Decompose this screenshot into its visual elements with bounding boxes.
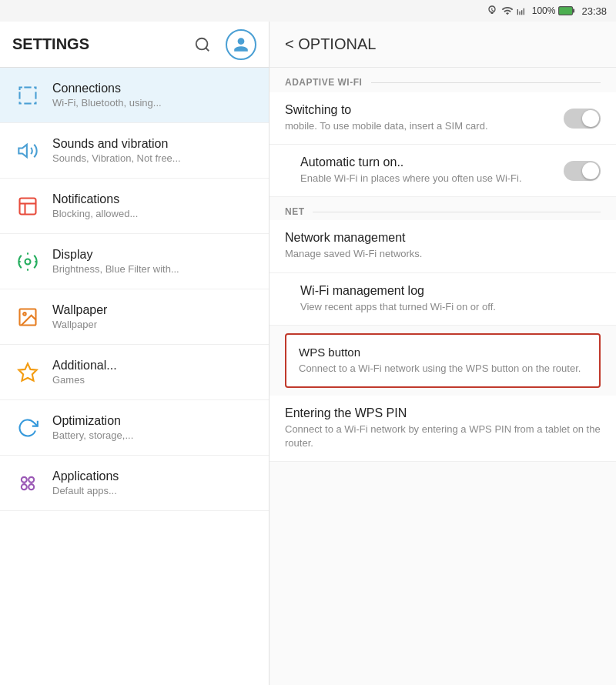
- signal-icon: [517, 5, 529, 17]
- additional-subtitle: Games: [52, 374, 117, 386]
- svg-rect-1: [573, 9, 575, 13]
- nav-item-additional[interactable]: Additional... Games: [0, 345, 269, 400]
- network-management-text: Network management Manage saved Wi-Fi ne…: [285, 231, 601, 261]
- svg-rect-5: [20, 198, 36, 214]
- right-header: < OPTIONAL: [270, 22, 616, 68]
- svg-line-3: [206, 48, 209, 51]
- wallpaper-icon: [12, 302, 43, 332]
- switching-toggle[interactable]: [564, 109, 601, 129]
- nav-item-sounds[interactable]: Sounds and vibration Sounds, Vibration, …: [0, 123, 269, 179]
- back-title: < OPTIONAL: [285, 35, 376, 53]
- additional-title: Additional...: [52, 359, 117, 373]
- notifications-subtitle: Blocking, allowed...: [52, 208, 138, 219]
- notifications-text: Notifications Blocking, allowed...: [52, 192, 138, 219]
- auto-on-toggle-knob: [582, 162, 599, 179]
- svg-point-17: [22, 484, 27, 490]
- wps-pin-text: Entering the WPS PIN Connect to a Wi-Fi …: [285, 406, 601, 450]
- nav-item-connections[interactable]: Connections Wi-Fi, Bluetooth, using...: [0, 68, 269, 123]
- sounds-icon: [12, 135, 43, 166]
- alarm-icon: [486, 5, 498, 17]
- connections-subtitle: Wi-Fi, Bluetooth, using...: [52, 97, 162, 109]
- display-title: Display: [52, 248, 179, 262]
- battery-icon: [558, 6, 575, 15]
- applications-subtitle: Default apps...: [52, 485, 119, 496]
- applications-icon: [12, 468, 43, 499]
- status-bar: 100% 23:38: [0, 0, 616, 22]
- nav-item-wallpaper[interactable]: Wallpaper Wallpaper: [0, 289, 269, 345]
- switching-subtitle: mobile. To use mobile data, insert a SIM…: [285, 119, 564, 133]
- auto-on-text: Automatic turn on.. Enable Wi-Fi in plac…: [300, 155, 564, 185]
- connections-icon: [12, 80, 43, 111]
- notifications-icon: [12, 191, 43, 222]
- wifi-log-text: Wi-Fi management log View recent apps th…: [300, 284, 601, 314]
- nav-item-applications[interactable]: Applications Default apps...: [0, 456, 269, 511]
- switching-text: Switching to mobile. To use mobile data,…: [285, 103, 564, 133]
- sounds-title: Sounds and vibration: [52, 137, 181, 151]
- svg-point-18: [28, 484, 34, 490]
- sounds-text: Sounds and vibration Sounds, Vibration, …: [52, 137, 181, 164]
- nav-item-notifications[interactable]: Notifications Blocking, allowed...: [0, 179, 269, 234]
- auto-on-toggle[interactable]: [564, 161, 601, 181]
- svg-point-14: [23, 312, 26, 316]
- optimization-icon: [12, 413, 43, 443]
- notifications-title: Notifications: [52, 192, 138, 206]
- svg-point-16: [28, 476, 34, 482]
- net-divider: [313, 212, 601, 212]
- switching-to-row[interactable]: Switching to mobile. To use mobile data,…: [270, 92, 616, 145]
- network-management-title: Network management: [285, 231, 601, 245]
- status-time: 23:38: [581, 5, 607, 17]
- left-panel: SETTINGS: [0, 22, 270, 685]
- nav-item-display[interactable]: Display Brightness, Blue Filter with...: [0, 234, 269, 289]
- wallpaper-text: Wallpaper Wallpaper: [52, 303, 107, 330]
- applications-text: Applications Default apps...: [52, 469, 119, 496]
- left-header: SETTINGS: [0, 22, 269, 68]
- network-management-subtitle: Manage saved Wi-Fi networks.: [285, 247, 601, 261]
- connections-text: Connections Wi-Fi, Bluetooth, using...: [52, 82, 162, 109]
- status-icons: 100% 23:38: [486, 5, 607, 17]
- applications-title: Applications: [52, 469, 119, 483]
- right-panel: < OPTIONAL ADAPTIVE WI-FI Switching to m…: [270, 22, 616, 685]
- wifi-log-row[interactable]: Wi-Fi management log View recent apps th…: [270, 273, 616, 326]
- auto-on-row[interactable]: Automatic turn on.. Enable Wi-Fi in plac…: [270, 145, 616, 197]
- network-management-row[interactable]: Network management Manage saved Wi-Fi ne…: [270, 220, 616, 272]
- additional-text: Additional... Games: [52, 359, 117, 386]
- nav-item-optimization[interactable]: Optimization Battery, storage,...: [0, 400, 269, 456]
- display-text: Display Brightness, Blue Filter with...: [52, 248, 179, 275]
- additional-icon: [12, 357, 43, 388]
- net-label-text: NET: [285, 206, 305, 217]
- auto-on-subtitle: Enable Wi-Fi in places where you often u…: [300, 172, 564, 185]
- svg-rect-0: [559, 7, 573, 15]
- optimization-title: Optimization: [52, 414, 133, 428]
- svg-point-15: [22, 476, 27, 482]
- display-icon: [12, 246, 43, 277]
- settings-title: SETTINGS: [12, 35, 189, 53]
- adaptive-wifi-label: ADAPTIVE WI-FI: [285, 77, 362, 88]
- optimization-text: Optimization Battery, storage,...: [52, 414, 133, 441]
- wps-title: WPS button: [299, 346, 587, 359]
- auto-on-title: Automatic turn on..: [300, 155, 564, 169]
- svg-point-2: [196, 38, 208, 49]
- sounds-subtitle: Sounds, Vibration, Not free...: [52, 152, 181, 164]
- optimization-subtitle: Battery, storage,...: [52, 429, 133, 441]
- wps-button-row[interactable]: WPS button Connect to a Wi-Fi network us…: [285, 333, 601, 388]
- wifi-log-title: Wi-Fi management log: [300, 284, 601, 298]
- wifi-log-subtitle: View recent apps that turned Wi-Fi on or…: [300, 300, 601, 314]
- wallpaper-title: Wallpaper: [52, 303, 107, 317]
- svg-point-8: [25, 259, 31, 264]
- search-button[interactable]: [189, 31, 216, 58]
- wps-pin-title: Entering the WPS PIN: [285, 406, 601, 420]
- svg-marker-4: [18, 144, 26, 156]
- toggle-knob: [582, 110, 599, 127]
- wifi-icon: [501, 5, 514, 17]
- wps-subtitle: Connect to a Wi-Fi network using the WPS…: [299, 362, 587, 376]
- search-icon: [194, 36, 211, 53]
- display-subtitle: Brightness, Blue Filter with...: [52, 263, 179, 275]
- wallpaper-subtitle: Wallpaper: [52, 319, 107, 330]
- person-icon: [233, 36, 249, 53]
- battery-text: 100%: [532, 5, 556, 16]
- net-section-label: NET: [270, 197, 616, 220]
- wps-pin-row[interactable]: Entering the WPS PIN Connect to a Wi-Fi …: [270, 396, 616, 462]
- switching-title: Switching to: [285, 103, 564, 117]
- avatar-button[interactable]: [226, 29, 256, 60]
- connections-title: Connections: [52, 82, 162, 95]
